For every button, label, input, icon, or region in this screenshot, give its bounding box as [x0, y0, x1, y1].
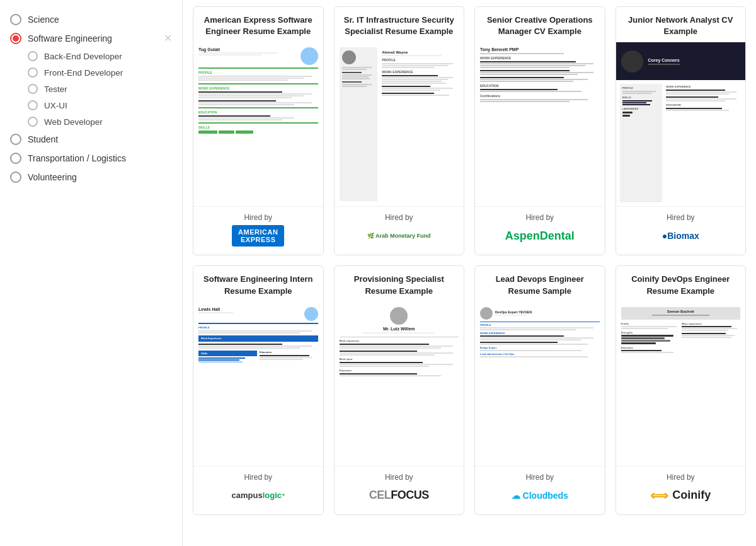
- arab-logo: 🌿 Arab Monetary Fund: [341, 226, 458, 246]
- radio-ux-ui: [28, 100, 38, 110]
- software-engineering-subitems: Back-End Developer Front-End Developer T…: [25, 48, 175, 130]
- coinify-icon: ⟺: [650, 488, 668, 503]
- sidebar-subitem-ux-ui[interactable]: UX-UI: [25, 97, 175, 113]
- sr-it-resume-preview: Ahmed Wayne PROFILE WORK EXPERIENCE: [335, 42, 464, 206]
- aspen-logo-text: AspenDental: [505, 229, 575, 243]
- card-creative-ops-title: Senior Creative Operations Manager CV Ex…: [475, 7, 605, 42]
- card-sr-it-title: Sr. IT Infrastructure Security Specialis…: [335, 7, 464, 42]
- card-lead-devops[interactable]: Lead Devops Engineer Resume Sample DevOp…: [474, 265, 605, 514]
- radio-back-end: [28, 51, 38, 61]
- sidebar: Science Software Engineering ✕ Back-End …: [0, 0, 183, 546]
- card-amex-hired: Hired by AMERICANEXPRESS: [193, 206, 323, 255]
- sidebar-item-software-engineering[interactable]: Software Engineering ✕: [8, 29, 175, 48]
- creative-ops-resume-preview: Tony Bennett PMP WORK EXPERIENCE EDUCATI…: [475, 42, 605, 206]
- sidebar-item-transportation[interactable]: Transportation / Logistics: [8, 149, 175, 168]
- hired-label-amex: Hired by: [200, 213, 317, 222]
- hired-label-coinify: Hired by: [622, 473, 740, 482]
- card-lead-devops-preview: DevOps Expert YEVGEN PROFILE WORK EXPERI…: [475, 302, 605, 466]
- card-lead-devops-title: Lead Devops Engineer Resume Sample: [475, 266, 605, 301]
- celfocus-logo-text: CELFOCUS: [369, 489, 429, 502]
- card-coinify-title: Coinify DevOps Engineer Resume Example: [616, 266, 746, 301]
- sidebar-label-transportation: Transportation / Logistics: [28, 153, 126, 163]
- card-creative-ops-hired: Hired by AspenDental: [475, 206, 605, 255]
- card-creative-ops[interactable]: Senior Creative Operations Manager CV Ex…: [474, 6, 605, 255]
- campuslogic-logo: campuslogic⁺: [200, 485, 317, 506]
- sidebar-item-science[interactable]: Science: [8, 10, 175, 29]
- card-sw-intern[interactable]: Software Engineering Intern Resume Examp…: [193, 265, 324, 514]
- label-back-end: Back-End Developer: [44, 52, 122, 61]
- card-amex[interactable]: American Express Software Engineer Resum…: [193, 6, 324, 255]
- hired-label-sw-intern: Hired by: [200, 473, 317, 482]
- card-grid-row-1: American Express Software Engineer Resum…: [193, 6, 746, 255]
- coinify-logo-text: ⟺ Coinify: [650, 488, 711, 503]
- sidebar-label-volunteering: Volunteering: [28, 172, 77, 182]
- card-sr-it[interactable]: Sr. IT Infrastructure Security Specialis…: [334, 6, 465, 255]
- sidebar-subitem-back-end[interactable]: Back-End Developer: [25, 48, 175, 64]
- coinify-resume-preview: Seman Bachok Profile Strengths: [616, 302, 746, 466]
- radio-science: [10, 14, 21, 25]
- biomax-logo-text: ●Biomax: [662, 231, 699, 241]
- label-front-end: Front-End Developer: [44, 68, 123, 78]
- radio-inner-software-engineering: [13, 35, 19, 42]
- hired-label-lead-devops: Hired by: [481, 473, 598, 482]
- card-junior-network[interactable]: Junior Network Analyst CV Example Corey …: [616, 6, 747, 255]
- sidebar-subitem-web-developer[interactable]: Web Developer: [25, 113, 175, 130]
- radio-software-engineering: [10, 33, 21, 44]
- radio-tester: [28, 84, 38, 94]
- card-provisioning-preview: Mr. Luiz Willem Work experience Work inp…: [335, 302, 464, 466]
- hired-label-sr-it: Hired by: [341, 213, 458, 222]
- hired-label-provisioning: Hired by: [341, 473, 458, 482]
- radio-volunteering: [10, 171, 21, 183]
- cloudbeds-logo-text: ☁ Cloudbeds: [512, 491, 568, 501]
- aspen-logo: AspenDental: [481, 226, 598, 246]
- card-lead-devops-hired: Hired by ☁ Cloudbeds: [475, 466, 605, 514]
- card-coinify[interactable]: Coinify DevOps Engineer Resume Example S…: [616, 265, 747, 514]
- label-web-developer: Web Developer: [44, 117, 103, 127]
- sidebar-label-student: Student: [28, 134, 58, 144]
- provisioning-resume-preview: Mr. Luiz Willem Work experience Work inp…: [335, 302, 464, 466]
- card-sw-intern-hired: Hired by campuslogic⁺: [193, 466, 323, 514]
- radio-web-developer: [28, 117, 38, 127]
- hired-label-junior-network: Hired by: [622, 213, 740, 222]
- hired-label-creative-ops: Hired by: [481, 213, 598, 222]
- radio-front-end: [28, 67, 38, 78]
- main-content: American Express Software Engineer Resum…: [183, 0, 756, 546]
- amex-resume-preview: Tug Gulati PROFILE WORK EXPERIENCE: [193, 42, 323, 206]
- card-sw-intern-preview: Lewis Hall PROFILE Work Experience: [193, 302, 323, 466]
- sidebar-item-volunteering[interactable]: Volunteering: [8, 168, 175, 187]
- cloudbeds-logo: ☁ Cloudbeds: [481, 485, 598, 506]
- celfocus-logo: CELFOCUS: [341, 485, 458, 506]
- card-amex-preview: Tug Gulati PROFILE WORK EXPERIENCE: [193, 42, 323, 206]
- sw-intern-resume-preview: Lewis Hall PROFILE Work Experience: [193, 302, 323, 466]
- card-grid-row-2: Software Engineering Intern Resume Examp…: [193, 265, 746, 514]
- close-software-engineering-icon[interactable]: ✕: [164, 33, 172, 44]
- sidebar-label-software-engineering: Software Engineering: [28, 33, 112, 44]
- label-ux-ui: UX-UI: [44, 101, 67, 110]
- card-coinify-preview: Seman Bachok Profile Strengths: [616, 302, 746, 466]
- radio-transportation: [10, 153, 21, 164]
- arab-logo-text: 🌿 Arab Monetary Fund: [367, 233, 431, 240]
- card-coinify-hired: Hired by ⟺ Coinify: [616, 466, 746, 514]
- label-tester: Tester: [44, 84, 67, 94]
- sidebar-item-student[interactable]: Student: [8, 130, 175, 149]
- card-junior-network-hired: Hired by ●Biomax: [616, 206, 746, 255]
- biomax-logo: ●Biomax: [622, 226, 740, 246]
- lead-devops-resume-preview: DevOps Expert YEVGEN PROFILE WORK EXPERI…: [475, 302, 605, 466]
- amex-logo-text: AMERICANEXPRESS: [232, 225, 284, 247]
- sidebar-subitem-tester[interactable]: Tester: [25, 81, 175, 97]
- sidebar-label-science: Science: [28, 15, 59, 25]
- coinify-logo: ⟺ Coinify: [622, 485, 740, 506]
- card-creative-ops-preview: Tony Bennett PMP WORK EXPERIENCE EDUCATI…: [475, 42, 605, 206]
- card-junior-network-title: Junior Network Analyst CV Example: [616, 7, 746, 42]
- card-sr-it-hired: Hired by 🌿 Arab Monetary Fund: [335, 206, 464, 255]
- radio-student: [10, 134, 21, 145]
- card-amex-title: American Express Software Engineer Resum…: [193, 7, 323, 42]
- campuslogic-logo-text: campuslogic⁺: [232, 491, 285, 500]
- card-junior-network-preview: Corey Conners PROFILE SKILLS: [616, 42, 746, 206]
- card-provisioning-hired: Hired by CELFOCUS: [335, 466, 464, 514]
- card-sr-it-preview: Ahmed Wayne PROFILE WORK EXPERIENCE: [335, 42, 464, 206]
- junior-network-resume-preview: Corey Conners PROFILE SKILLS: [616, 42, 746, 206]
- amex-logo: AMERICANEXPRESS: [200, 226, 317, 246]
- card-provisioning[interactable]: Provisioning Specialist Resume Example M…: [334, 265, 465, 514]
- sidebar-subitem-front-end[interactable]: Front-End Developer: [25, 64, 175, 81]
